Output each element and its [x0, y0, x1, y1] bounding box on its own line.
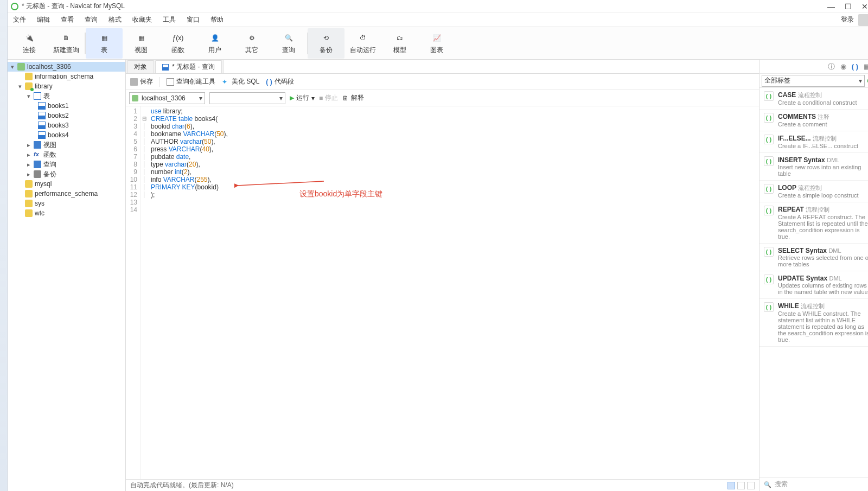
database-icon [25, 200, 33, 207]
query-icon: 🔍 [282, 31, 295, 44]
toolbar-newq[interactable]: 🗎新建查询 [48, 28, 85, 59]
layout-toggle-1[interactable] [727, 482, 735, 489]
tree-tables-folder[interactable]: ▾ 表 [8, 91, 125, 101]
tree-table[interactable]: books2 [8, 111, 125, 120]
login-link[interactable]: 登录 [841, 15, 854, 24]
tree-table[interactable]: books3 [8, 120, 125, 130]
snippet-item[interactable]: ( )REPEAT 流程控制Create A REPEAT construct.… [760, 202, 868, 244]
tree-label: books1 [48, 102, 69, 110]
chevron-down-icon: ▾ [311, 94, 315, 102]
builder-icon [167, 78, 174, 86]
minimize-button[interactable]: — [827, 2, 835, 11]
stop-icon: ■ [319, 94, 323, 102]
menu-edit[interactable]: 编辑 [37, 15, 50, 24]
tree-db[interactable]: mysql [8, 179, 125, 189]
tab-label: * 无标题 - 查询 [172, 62, 215, 72]
tree-label: 查询 [43, 160, 56, 169]
layout-toggle-3[interactable] [747, 482, 755, 489]
snippet-search[interactable]: 搜索 [760, 477, 868, 491]
tree-connection[interactable]: ▾ localhost_3306 [8, 62, 125, 72]
stop-button[interactable]: ■停止 [319, 93, 338, 103]
tree-label: books2 [48, 112, 69, 119]
tree-table[interactable]: books1 [8, 101, 125, 111]
toolbar-auto[interactable]: ⏱自动运行 [344, 28, 381, 59]
tree-db[interactable]: performance_schema [8, 189, 125, 199]
snippet-item[interactable]: ( )CASE 流程控制Create a conditional constru… [760, 88, 868, 110]
toolbar-other[interactable]: ⚙其它 [233, 28, 270, 59]
tree-db[interactable]: sys [8, 199, 125, 208]
toolbar-plug[interactable]: 🔌连接 [11, 28, 48, 59]
tree-label: wtc [35, 209, 44, 217]
save-button[interactable]: 保存 [130, 77, 153, 86]
grid-icon[interactable]: ▦ [864, 62, 868, 71]
tree-db-library[interactable]: ▾ library [8, 81, 125, 91]
menu-window[interactable]: 窗口 [187, 15, 200, 24]
eye-icon[interactable]: ◉ [840, 62, 846, 71]
toolbar-model[interactable]: 🗂模型 [381, 28, 418, 59]
query-icon [34, 161, 41, 168]
database-select[interactable]: ▾ [209, 92, 285, 104]
tree-queries[interactable]: ▸ 查询 [8, 160, 125, 169]
menu-file[interactable]: 文件 [13, 15, 26, 24]
tree-label: localhost_3306 [27, 63, 71, 71]
menu-help[interactable]: 帮助 [210, 15, 224, 24]
code-area[interactable]: 设置bookid为单字段主键 use library;CREATE table … [148, 106, 759, 479]
model-icon: 🗂 [393, 31, 406, 44]
snippet-icon: ( ) [764, 302, 774, 312]
snippet-item[interactable]: ( )UPDATE Syntax DMLUpdates columns of e… [760, 271, 868, 299]
tree-db[interactable]: wtc [8, 208, 125, 218]
tree-backup[interactable]: ▸ 备份 [8, 169, 125, 179]
tree-views[interactable]: ▸ 视图 [8, 140, 125, 150]
tree-functions[interactable]: ▸fx 函数 [8, 150, 125, 160]
snippet-item[interactable]: ( )LOOP 流程控制Create a simple loop constru… [760, 181, 868, 202]
snippet-button[interactable]: ( )代码段 [266, 77, 293, 86]
tree-label: information_schema [35, 73, 93, 80]
tab-objects[interactable]: 对象 [127, 60, 154, 73]
menu-favorites[interactable]: 收藏夹 [132, 15, 152, 24]
snippet-item[interactable]: ( )SELECT Syntax DMLRetrieve rows select… [760, 244, 868, 271]
snippet-item[interactable]: ( )IF...ELSE... 流程控制Create a IF...ELSE..… [760, 131, 868, 153]
query-builder-button[interactable]: 查询创建工具 [167, 77, 215, 86]
fold-gutter: ⊟││││││││││ [141, 106, 148, 479]
toolbar-backup[interactable]: ⟲备份 [308, 28, 344, 59]
snippet-item[interactable]: ( )COMMENTS 注释Create a comment [760, 110, 868, 131]
layout-toggle-2[interactable] [737, 482, 745, 489]
toolbar-view[interactable]: ▦视图 [123, 28, 159, 59]
maximize-button[interactable]: ☐ [845, 2, 852, 11]
tree-table[interactable]: books4 [8, 130, 125, 140]
close-button[interactable]: ✕ [861, 2, 868, 11]
menu-view[interactable]: 查看 [61, 15, 74, 24]
label: 表 [101, 46, 107, 55]
menu-format[interactable]: 格式 [108, 15, 122, 24]
braces-icon[interactable]: ( ) [852, 62, 858, 71]
toolbar-query[interactable]: 🔍查询 [270, 28, 307, 59]
save-icon [130, 78, 138, 86]
explain-button[interactable]: 🗎解释 [342, 93, 364, 103]
run-button[interactable]: ▶运行 ▾ [290, 93, 315, 103]
snippet-item[interactable]: ( )INSERT Syntax DMLInsert new rows into… [760, 153, 868, 181]
tree-db[interactable]: information_schema [8, 72, 125, 81]
toolbar-user[interactable]: 👤用户 [196, 28, 233, 59]
toolbar-chart[interactable]: 📈图表 [418, 28, 455, 59]
tab-spacer [223, 60, 759, 73]
snippet-item[interactable]: ( )WHILE 流程控制Create a WHILE construct. T… [760, 299, 868, 347]
database-icon [25, 190, 33, 197]
tab-current-query[interactable]: * 无标题 - 查询 [155, 60, 222, 73]
tag-filter-select[interactable]: 全部标签 ▾ [762, 75, 865, 87]
label: 自动运行 [350, 46, 376, 55]
snippet-icon: ( ) [764, 135, 774, 144]
avatar-icon[interactable] [858, 14, 868, 26]
sql-editor[interactable]: 1234567891011121314 ⊟││││││││││ 设置bookid… [126, 106, 759, 479]
menu-query[interactable]: 查询 [85, 15, 98, 24]
newq-icon: 🗎 [60, 31, 73, 44]
beautify-button[interactable]: 美化 SQL [222, 77, 259, 86]
menu-tools[interactable]: 工具 [163, 15, 176, 24]
annotation-arrow [234, 178, 327, 189]
connection-select[interactable]: localhost_3306 ▾ [129, 92, 205, 104]
label: 新建查询 [53, 46, 79, 55]
toolbar-table[interactable]: ▦表 [86, 28, 123, 59]
toolbar-fx[interactable]: ƒ(x)函数 [159, 28, 196, 59]
tree-label: performance_schema [35, 190, 98, 197]
label: 运行 [296, 93, 309, 103]
info-icon[interactable]: ⓘ [828, 62, 835, 72]
